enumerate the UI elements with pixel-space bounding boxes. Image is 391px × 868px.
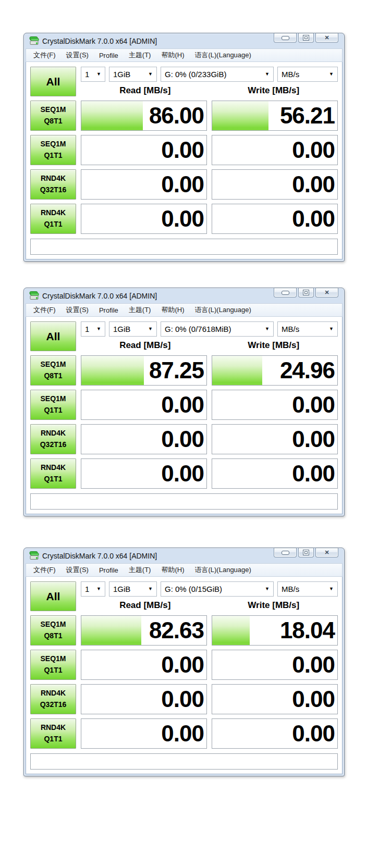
close-button[interactable]: ✕ (315, 548, 338, 557)
read-result-cell: 87.25 (81, 355, 207, 386)
target-drive-combo[interactable]: G: 0% (0/15GiB)▼ (161, 581, 274, 597)
test-button-seq1m-q8t1[interactable]: SEQ1MQ8T1 (30, 355, 76, 386)
close-icon: ✕ (324, 35, 329, 41)
test-button-rnd4k-q32t16[interactable]: RND4KQ32T16 (30, 169, 76, 200)
menu-item-theme[interactable]: 主题(T) (124, 564, 156, 576)
read-value: 82.63 (149, 617, 204, 643)
minimize-button[interactable] (274, 548, 297, 557)
test-button-seq1m-q1t1[interactable]: SEQ1MQ1T1 (30, 390, 76, 420)
chevron-down-icon: ▼ (148, 327, 153, 331)
write-result-cell: 0.00 (212, 650, 338, 680)
test-row: RND4KQ1T10.000.00 (30, 718, 338, 749)
titlebar[interactable]: CrystalDiskMark 7.0.0 x64 [ADMIN]✕ (26, 288, 343, 303)
maximize-button[interactable] (298, 33, 314, 43)
unit-combo[interactable]: MB/s▼ (277, 321, 338, 337)
test-row: SEQ1MQ1T10.000.00 (30, 135, 338, 165)
test-row: RND4KQ1T10.000.00 (30, 458, 338, 489)
menu-item-help[interactable]: 帮助(H) (156, 49, 189, 61)
all-test-button[interactable]: All (30, 67, 76, 96)
target-drive-value: G: 0% (0/7618MiB) (165, 325, 231, 333)
read-result-cell: 86.00 (81, 101, 207, 131)
read-value: 0.00 (161, 206, 204, 232)
menu-item-profile[interactable]: Profile (94, 565, 123, 575)
write-value: 0.00 (292, 686, 335, 712)
comment-field[interactable] (30, 493, 338, 510)
test-button-rnd4k-q1t1[interactable]: RND4KQ1T1 (30, 718, 76, 749)
test-mode-label: Q8T1 (44, 370, 62, 382)
target-drive-combo[interactable]: G: 0% (0/7618MiB)▼ (161, 321, 274, 337)
unit-combo[interactable]: MB/s▼ (277, 581, 338, 597)
test-size-combo[interactable]: 1GiB▼ (109, 321, 157, 337)
menu-item-file[interactable]: 文件(F) (29, 564, 60, 576)
test-row: RND4KQ32T160.000.00 (30, 169, 338, 200)
all-test-button[interactable]: All (30, 581, 76, 611)
test-label: SEQ1M (40, 393, 66, 405)
read-value: 0.00 (161, 686, 204, 712)
titlebar[interactable]: CrystalDiskMark 7.0.0 x64 [ADMIN]✕ (26, 548, 343, 563)
test-label: SEQ1M (40, 619, 66, 630)
window-title: CrystalDiskMark 7.0.0 x64 [ADMIN] (42, 292, 157, 300)
target-drive-combo[interactable]: G: 0% (0/233GiB)▼ (161, 67, 274, 82)
read-result-cell: 0.00 (81, 169, 207, 200)
target-drive-value: G: 0% (0/233GiB) (165, 70, 226, 79)
unit-combo[interactable]: MB/s▼ (277, 67, 338, 82)
test-count-combo[interactable]: 1▼ (81, 321, 105, 337)
test-mode-label: Q1T1 (44, 150, 62, 162)
test-mode-label: Q32T16 (40, 699, 67, 711)
comment-field[interactable] (30, 239, 338, 255)
comment-field[interactable] (30, 753, 338, 770)
menu-item-settings[interactable]: 设置(S) (62, 304, 93, 316)
menu-item-theme[interactable]: 主题(T) (124, 304, 156, 316)
close-button[interactable]: ✕ (315, 288, 338, 297)
chevron-down-icon: ▼ (148, 72, 153, 77)
write-result-cell: 0.00 (212, 684, 338, 714)
menu-item-language[interactable]: 语言(L)(Language) (190, 304, 255, 316)
maximize-button[interactable] (298, 548, 314, 557)
menu-item-file[interactable]: 文件(F) (29, 49, 60, 61)
window-controls: ✕ (274, 288, 338, 297)
test-button-rnd4k-q32t16[interactable]: RND4KQ32T16 (30, 684, 76, 714)
test-size-combo[interactable]: 1GiB▼ (109, 67, 157, 82)
write-value: 56.21 (280, 103, 335, 129)
test-label: RND4K (41, 722, 66, 734)
menu-item-profile[interactable]: Profile (94, 51, 123, 60)
test-count-combo[interactable]: 1▼ (81, 581, 105, 597)
maximize-button[interactable] (298, 288, 314, 297)
test-label: RND4K (41, 688, 66, 699)
chevron-down-icon: ▼ (265, 72, 270, 77)
test-button-rnd4k-q32t16[interactable]: RND4KQ32T16 (30, 424, 76, 454)
minimize-button[interactable] (274, 288, 297, 297)
all-test-button[interactable]: All (30, 321, 76, 351)
read-result-cell: 0.00 (81, 684, 207, 714)
menu-item-profile[interactable]: Profile (94, 305, 123, 315)
crystaldiskmark-icon (29, 36, 39, 45)
test-button-seq1m-q1t1[interactable]: SEQ1MQ1T1 (30, 135, 76, 165)
close-button[interactable]: ✕ (315, 33, 338, 43)
test-size-value: 1GiB (113, 585, 130, 593)
menu-item-theme[interactable]: 主题(T) (124, 49, 156, 61)
test-label: RND4K (41, 173, 66, 184)
menu-item-file[interactable]: 文件(F) (29, 304, 60, 316)
menu-item-language[interactable]: 语言(L)(Language) (190, 564, 255, 576)
test-count-combo[interactable]: 1▼ (81, 67, 105, 82)
window-controls: ✕ (274, 548, 338, 557)
test-size-combo[interactable]: 1GiB▼ (109, 581, 157, 597)
write-value: 0.00 (292, 206, 335, 232)
test-button-seq1m-q1t1[interactable]: SEQ1MQ1T1 (30, 650, 76, 680)
read-value: 86.00 (149, 103, 204, 129)
menu-item-settings[interactable]: 设置(S) (62, 49, 93, 61)
test-button-rnd4k-q1t1[interactable]: RND4KQ1T1 (30, 204, 76, 234)
write-progress-bar (212, 356, 262, 385)
test-mode-label: Q8T1 (44, 116, 62, 127)
menu-item-language[interactable]: 语言(L)(Language) (190, 49, 255, 61)
menu-item-help[interactable]: 帮助(H) (156, 564, 189, 576)
client-area: All1▼1GiB▼G: 0% (0/15GiB)▼MB/s▼Read [MB/… (26, 577, 343, 774)
test-button-seq1m-q8t1[interactable]: SEQ1MQ8T1 (30, 101, 76, 131)
test-button-seq1m-q8t1[interactable]: SEQ1MQ8T1 (30, 615, 76, 646)
menu-item-help[interactable]: 帮助(H) (156, 304, 189, 316)
minimize-button[interactable] (274, 33, 297, 43)
menu-item-settings[interactable]: 设置(S) (62, 564, 93, 576)
test-button-rnd4k-q1t1[interactable]: RND4KQ1T1 (30, 458, 76, 489)
test-mode-label: Q32T16 (40, 439, 67, 451)
titlebar[interactable]: CrystalDiskMark 7.0.0 x64 [ADMIN]✕ (26, 33, 343, 48)
